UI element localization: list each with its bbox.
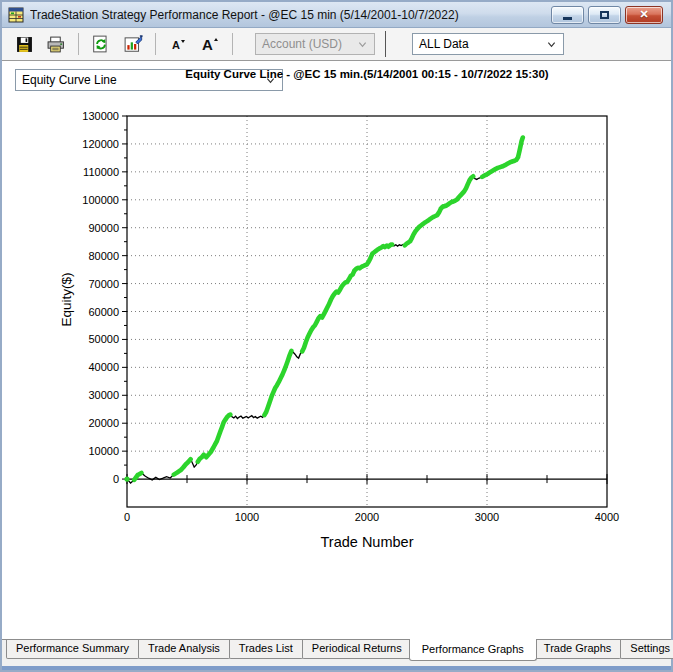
y-tick-label: 130000 [82,110,119,122]
x-tick-label: 4000 [595,511,619,523]
y-tick-label: 120000 [82,138,119,150]
chevron-down-icon [358,40,367,49]
toolbar-separator [155,33,156,55]
tab-trade-analysis[interactable]: Trade Analysis [138,640,230,659]
tab-trade-graphs[interactable]: Trade Graphs [534,640,621,659]
account-dropdown-value: Account (USD) [262,37,342,51]
chart-title: Equity Curve Line - @EC 15 min.(5/14/200… [185,68,549,80]
x-tick-label: 2000 [355,511,379,523]
close-button[interactable]: ✕ [625,6,663,24]
toolbar: A A Account (USD) ALL Data [2,28,671,61]
tab-performance-graphs[interactable]: Performance Graphs [409,639,537,661]
y-tick-label: 40000 [88,361,119,373]
y-tick-label: 50000 [88,333,119,345]
report-properties-icon [124,35,143,53]
y-tick-label: 110000 [83,166,119,178]
data-range-dropdown[interactable]: ALL Data [412,33,564,55]
svg-text:A: A [172,39,180,51]
toolbar-separator [78,33,79,55]
tab-performance-summary[interactable]: Performance Summary [6,640,139,659]
y-tick-label: 90000 [88,222,119,234]
tab-settings[interactable]: Settings [620,640,673,659]
window-bottom-border [2,661,671,670]
equity-curve-new-high-highlight [134,138,523,480]
tradestation-performance-report-window: TradeStation Strategy Performance Report… [0,0,673,672]
report-content: Equity Curve Line Equity Curve Line - @E… [2,61,671,639]
x-tick-label: 1000 [235,511,259,523]
increase-font-icon: A [199,34,221,54]
equity-curve-start-marker [124,476,129,481]
tab-trades-list[interactable]: Trades List [229,640,303,659]
refresh-icon [92,35,110,53]
x-tick-label: 0 [124,511,130,523]
window-title: TradeStation Strategy Performance Report… [30,8,459,22]
data-range-dropdown-value: ALL Data [419,37,469,51]
print-icon [47,36,65,53]
refresh-report-button[interactable] [88,32,114,56]
equity-curve-chart: Equity Curve Line - @EC 15 min.(5/14/200… [2,61,673,636]
increase-font-button[interactable]: A [197,32,223,56]
y-tick-label: 0 [113,473,119,485]
minimize-icon [563,17,572,20]
y-tick-label: 30000 [88,389,119,401]
app-icon [8,7,24,23]
toolbar-separator [385,31,386,57]
minimize-button[interactable] [551,6,584,24]
x-axis-title: Trade Number [321,534,414,550]
save-icon [16,36,33,53]
y-axis-title: Equity($) [59,272,74,326]
y-tick-label: 100000 [82,194,119,206]
title-bar: TradeStation Strategy Performance Report… [2,2,671,28]
y-tick-label: 60000 [88,306,119,318]
decrease-font-button[interactable]: A [165,32,191,56]
report-tabs-bar: Performance SummaryTrade AnalysisTrades … [2,639,671,661]
y-tick-label: 80000 [88,250,119,262]
chevron-down-icon [547,40,556,49]
decrease-font-icon: A [168,35,188,53]
toolbar-separator [232,33,233,55]
maximize-icon [600,11,609,19]
x-tick-label: 3000 [475,511,499,523]
print-button[interactable] [43,32,69,56]
account-dropdown: Account (USD) [255,33,375,55]
svg-text:A: A [202,36,213,53]
report-properties-button[interactable] [120,32,146,56]
y-tick-label: 70000 [88,278,119,290]
close-icon: ✕ [639,9,648,20]
maximize-button[interactable] [588,6,621,24]
tab-periodical-returns[interactable]: Periodical Returns [302,640,412,659]
y-tick-label: 20000 [88,417,119,429]
y-tick-label: 10000 [88,445,119,457]
save-button[interactable] [11,32,37,56]
